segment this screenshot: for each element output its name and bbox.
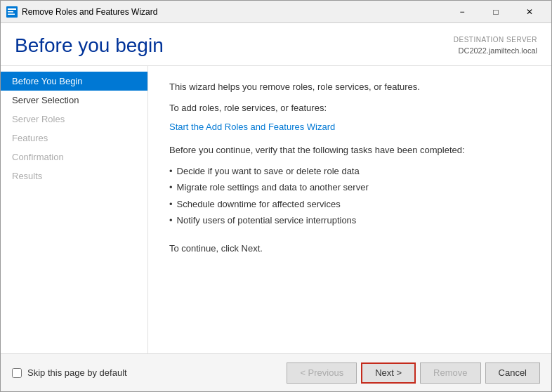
continue-text: To continue, click Next. — [169, 242, 530, 256]
wizard-window: Remove Roles and Features Wizard − □ ✕ B… — [0, 0, 552, 392]
maximize-button[interactable]: □ — [480, 1, 512, 23]
bullet-text-2: Migrate role settings and data to anothe… — [177, 181, 369, 195]
bullet-text-4: Notify users of potential service interr… — [177, 214, 357, 228]
verify-text: Before you continue, verify that the fol… — [169, 143, 530, 157]
page-title: Before you begin — [15, 34, 164, 57]
add-roles-link[interactable]: Start the Add Roles and Features Wizard — [169, 122, 335, 132]
minimize-button[interactable]: − — [446, 1, 478, 23]
footer-left: Skip this page by default — [12, 367, 127, 378]
destination-server-name: DC2022.jamiltech.local — [454, 45, 537, 57]
next-button[interactable]: Next > — [361, 362, 416, 384]
skip-checkbox[interactable] — [12, 368, 22, 378]
sidebar-item-results: Results — [1, 166, 147, 185]
destination-server-info: DESTINATION SERVER DC2022.jamiltech.loca… — [454, 34, 537, 57]
bullet-item-1: • Decide if you want to save or delete r… — [169, 164, 530, 178]
sidebar-item-server-roles: Server Roles — [1, 110, 147, 129]
sidebar-item-confirmation: Confirmation — [1, 148, 147, 166]
bullet-text-1: Decide if you want to save or delete rol… — [177, 164, 360, 178]
titlebar: Remove Roles and Features Wizard − □ ✕ — [1, 1, 551, 23]
bullet-dot-1: • — [169, 164, 173, 178]
titlebar-controls: − □ ✕ — [446, 1, 546, 23]
svg-rect-2 — [8, 11, 13, 13]
sidebar-item-features: Features — [1, 129, 147, 148]
bullet-list: • Decide if you want to save or delete r… — [169, 164, 530, 228]
window-body: Before you begin DESTINATION SERVER DC20… — [1, 23, 551, 391]
bullet-dot-3: • — [169, 197, 173, 211]
bullet-item-4: • Notify users of potential service inte… — [169, 214, 530, 228]
sidebar: Before You Begin Server Selection Server… — [1, 66, 148, 353]
footer-area: Skip this page by default < Previous Nex… — [1, 353, 551, 391]
bullet-dot-2: • — [169, 181, 173, 195]
svg-rect-3 — [8, 13, 15, 15]
sidebar-item-before-you-begin[interactable]: Before You Begin — [1, 72, 147, 91]
header-area: Before you begin DESTINATION SERVER DC20… — [1, 23, 551, 66]
svg-rect-1 — [8, 8, 16, 10]
main-content: This wizard helps you remove roles, role… — [148, 66, 551, 353]
bullet-text-3: Schedule downtime for affected services — [177, 197, 341, 211]
content-area: Before You Begin Server Selection Server… — [1, 66, 551, 353]
bullet-dot-4: • — [169, 214, 173, 228]
bullet-item-3: • Schedule downtime for affected service… — [169, 197, 530, 211]
footer-right: < Previous Next > Remove Cancel — [287, 362, 540, 384]
titlebar-title: Remove Roles and Features Wizard — [22, 7, 446, 17]
previous-button[interactable]: < Previous — [287, 362, 357, 384]
intro-text: This wizard helps you remove roles, role… — [169, 80, 530, 94]
skip-label[interactable]: Skip this page by default — [27, 367, 127, 378]
cancel-button[interactable]: Cancel — [485, 362, 540, 384]
remove-button[interactable]: Remove — [420, 362, 480, 384]
bullet-item-2: • Migrate role settings and data to anot… — [169, 181, 530, 195]
destination-label: DESTINATION SERVER — [454, 34, 537, 45]
wizard-icon — [6, 6, 18, 18]
close-button[interactable]: ✕ — [513, 1, 546, 23]
sidebar-item-server-selection[interactable]: Server Selection — [1, 91, 147, 110]
add-roles-text: To add roles, role services, or features… — [169, 101, 530, 115]
